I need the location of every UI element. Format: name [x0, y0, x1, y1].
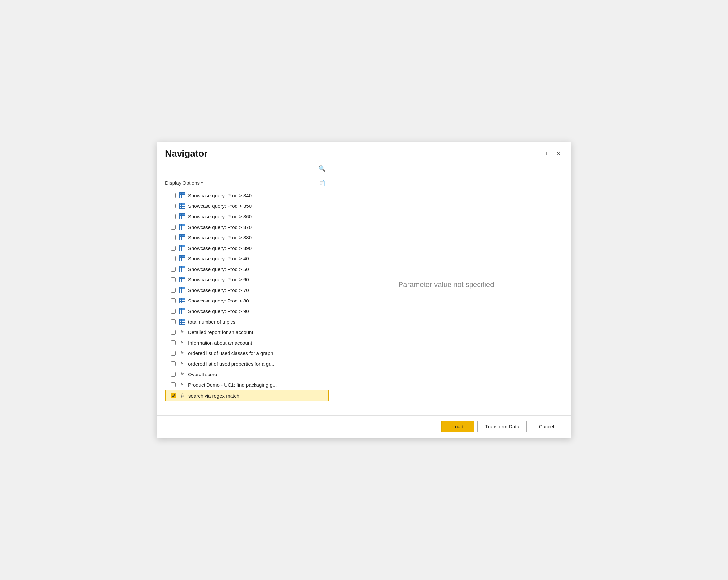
right-panel: Parameter value not specified	[330, 162, 563, 407]
fx-icon: fx	[179, 381, 185, 388]
item-checkbox[interactable]	[171, 267, 176, 271]
item-checkbox[interactable]	[171, 214, 176, 219]
list-item[interactable]: Showcase query: Prod > 40	[165, 253, 329, 264]
parameter-message: Parameter value not specified	[398, 281, 494, 289]
list-item[interactable]: Showcase query: Prod > 90	[165, 306, 329, 316]
item-label: Overall score	[188, 372, 217, 377]
item-checkbox[interactable]	[171, 351, 176, 356]
transform-data-button[interactable]: Transform Data	[477, 421, 527, 432]
item-label: Showcase query: Prod > 380	[188, 235, 252, 240]
table-icon	[179, 266, 185, 272]
fx-icon: fx	[179, 329, 185, 335]
search-icon: 🔍	[318, 165, 326, 172]
item-label: Showcase query: Prod > 80	[188, 298, 249, 304]
dialog-body: 🔍 Display Options ▾ 📄	[157, 162, 571, 415]
table-icon	[179, 192, 185, 199]
item-checkbox[interactable]	[171, 288, 176, 293]
item-checkbox[interactable]	[171, 372, 176, 377]
fx-icon: fx	[179, 360, 185, 367]
table-icon	[179, 234, 185, 241]
item-checkbox[interactable]	[171, 319, 176, 324]
table-icon	[179, 213, 185, 220]
item-checkbox[interactable]	[171, 225, 176, 230]
table-icon	[179, 245, 185, 251]
item-label: Information about an account	[188, 340, 252, 346]
item-label: Detailed report for an account	[188, 329, 253, 335]
navigator-dialog: Navigator □ ✕ 🔍 Display Options ▾	[157, 142, 571, 438]
title-bar-controls: □ ✕	[541, 149, 563, 158]
close-button[interactable]: ✕	[554, 149, 563, 158]
table-icon	[179, 297, 185, 304]
table-icon	[179, 276, 185, 283]
table-icon	[179, 203, 185, 209]
item-checkbox[interactable]	[171, 246, 176, 251]
load-button[interactable]: Load	[441, 421, 474, 432]
left-panel: 🔍 Display Options ▾ 📄	[165, 162, 330, 407]
item-checkbox[interactable]	[171, 193, 176, 198]
table-icon	[179, 318, 185, 325]
cancel-button[interactable]: Cancel	[530, 421, 563, 432]
item-checkbox[interactable]	[171, 393, 176, 398]
dialog-title: Navigator	[165, 148, 207, 159]
fx-icon: fx	[179, 339, 185, 346]
item-checkbox[interactable]	[171, 298, 176, 303]
table-icon	[179, 308, 185, 314]
list-item[interactable]: Showcase query: Prod > 380	[165, 232, 329, 243]
list-item[interactable]: Showcase query: Prod > 360	[165, 211, 329, 221]
maximize-button[interactable]: □	[541, 149, 550, 158]
chevron-down-icon: ▾	[201, 181, 203, 185]
item-label: Showcase query: Prod > 70	[188, 287, 249, 293]
list-item[interactable]: fxordered list of used properties for a …	[165, 359, 329, 369]
item-label: Showcase query: Prod > 40	[188, 256, 249, 261]
item-checkbox[interactable]	[171, 361, 176, 366]
item-label: ordered list of used classes for a graph	[188, 350, 273, 356]
item-label: Showcase query: Prod > 350	[188, 203, 252, 209]
fx-icon: fx	[179, 350, 185, 357]
search-icon-button[interactable]: 🔍	[315, 162, 329, 175]
list-item[interactable]: fxProduct Demo - UC1: find packaging g..…	[165, 379, 329, 390]
items-list[interactable]: Showcase query: Prod > 340 Showcase quer…	[165, 190, 329, 407]
item-checkbox[interactable]	[171, 277, 176, 282]
export-icon: 📄	[318, 180, 325, 186]
list-item[interactable]: Showcase query: Prod > 60	[165, 274, 329, 285]
list-item[interactable]: fxOverall score	[165, 369, 329, 379]
list-item[interactable]: fxsearch via regex match	[165, 390, 329, 401]
item-checkbox[interactable]	[171, 340, 176, 345]
display-options-button[interactable]: Display Options ▾	[165, 180, 203, 186]
list-item[interactable]: fxordered list of used classes for a gra…	[165, 348, 329, 359]
table-icon	[179, 287, 185, 293]
item-checkbox[interactable]	[171, 330, 176, 335]
item-label: total number of triples	[188, 319, 235, 324]
list-item[interactable]: total number of triples	[165, 316, 329, 327]
display-options-label: Display Options	[165, 180, 200, 186]
item-label: Product Demo - UC1: find packaging g...	[188, 382, 277, 388]
item-checkbox[interactable]	[171, 256, 176, 261]
export-icon-button[interactable]: 📄	[317, 179, 327, 187]
search-bar: 🔍	[165, 162, 329, 175]
fx-icon: fx	[179, 371, 185, 377]
table-icon	[179, 255, 185, 262]
item-label: Showcase query: Prod > 50	[188, 266, 249, 272]
item-checkbox[interactable]	[171, 204, 176, 208]
list-item[interactable]: Showcase query: Prod > 390	[165, 243, 329, 253]
item-checkbox[interactable]	[171, 383, 176, 387]
table-icon	[179, 223, 185, 230]
search-input[interactable]	[165, 163, 315, 174]
item-label: Showcase query: Prod > 360	[188, 214, 252, 219]
item-label: Showcase query: Prod > 340	[188, 193, 252, 198]
list-item[interactable]: fxDetailed report for an account	[165, 327, 329, 337]
list-item[interactable]: Showcase query: Prod > 350	[165, 201, 329, 211]
item-checkbox[interactable]	[171, 235, 176, 240]
dialog-footer: Load Transform Data Cancel	[157, 415, 571, 438]
fx-icon: fx	[179, 392, 186, 399]
list-item[interactable]: Showcase query: Prod > 80	[165, 295, 329, 306]
item-label: Showcase query: Prod > 390	[188, 245, 252, 251]
list-item[interactable]: Showcase query: Prod > 70	[165, 285, 329, 295]
item-label: Showcase query: Prod > 90	[188, 309, 249, 314]
list-item[interactable]: Showcase query: Prod > 50	[165, 264, 329, 274]
list-item[interactable]: Showcase query: Prod > 340	[165, 190, 329, 201]
item-label: Showcase query: Prod > 370	[188, 224, 252, 230]
item-checkbox[interactable]	[171, 309, 176, 314]
list-item[interactable]: fxInformation about an account	[165, 337, 329, 348]
list-item[interactable]: Showcase query: Prod > 370	[165, 221, 329, 232]
